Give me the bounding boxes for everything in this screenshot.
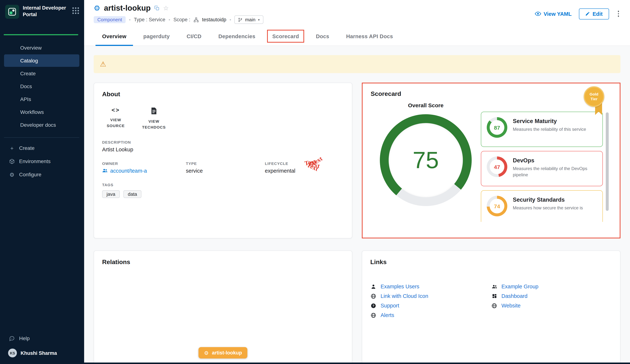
link-website[interactable]: Website	[491, 303, 612, 308]
score-donut: 74	[487, 196, 507, 216]
entity-header: ⚙ artist-lookup ☆ Component • Type : Ser…	[84, 0, 630, 27]
gear-icon: ⚙	[204, 350, 209, 355]
link-with-cloud-icon[interactable]: Link with Cloud Icon	[370, 293, 491, 299]
edit-button[interactable]: Edit	[579, 8, 609, 19]
sidebar-create-button[interactable]: + Create	[0, 142, 84, 155]
owner-link[interactable]: account/team-a	[102, 168, 186, 174]
link-label: Dashboard	[502, 293, 528, 299]
links-title: Links	[370, 258, 612, 266]
link-label: Alerts	[380, 312, 394, 318]
link-alerts[interactable]: Alerts	[370, 312, 491, 318]
links-column-2: Example Group Dashboard	[491, 284, 612, 318]
sidebar-item-catalog[interactable]: Catalog	[4, 54, 79, 67]
link-label: Link with Cloud Icon	[380, 293, 428, 299]
view-yaml-button[interactable]: View YAML	[535, 11, 572, 17]
dashboard-icon	[491, 294, 498, 298]
sidebar-create-label: Create	[19, 145, 34, 151]
tab-pagerduty[interactable]: pagerduty	[135, 27, 178, 46]
apps-grid-icon[interactable]	[72, 7, 79, 14]
view-yaml-label: View YAML	[544, 11, 572, 17]
owner-label: OWNER	[102, 161, 186, 166]
entity-tabs: Overview pagerduty CI/CD Dependencies Sc…	[84, 27, 630, 46]
link-label: Example Group	[502, 284, 538, 290]
link-dashboard[interactable]: Dashboard	[491, 293, 612, 299]
sidebar-environments-button[interactable]: Environments	[0, 155, 84, 168]
entity-type-text: Type : Service	[134, 17, 165, 22]
score-item-security-standards[interactable]: 74 Security Standards Measures how secur…	[481, 190, 603, 222]
tab-docs[interactable]: Docs	[308, 27, 338, 46]
edit-label: Edit	[592, 11, 603, 17]
tab-dependencies[interactable]: Dependencies	[210, 27, 264, 46]
tab-cicd[interactable]: CI/CD	[178, 27, 210, 46]
type-field: TYPE service	[186, 161, 265, 174]
cube-icon	[9, 158, 15, 164]
view-techdocs-button[interactable]: VIEW TECHDOCS	[140, 107, 168, 130]
scorecard-card: Scorecard Gold Tier Overall Score	[362, 84, 620, 238]
link-label: Examples Users	[380, 284, 419, 290]
favorite-star-icon[interactable]: ☆	[163, 5, 169, 11]
about-card: About <> VIEW SOURCE	[94, 83, 352, 238]
globe-icon	[491, 303, 498, 308]
description-label: DESCRIPTION	[102, 140, 344, 144]
relation-node-artist-lookup[interactable]: ⚙ artist-lookup	[198, 347, 248, 358]
help-button[interactable]: Help	[0, 332, 84, 345]
score-name: Service Maturity	[513, 118, 586, 124]
tag-chip: java	[102, 190, 120, 198]
link-support[interactable]: ? Support	[370, 303, 491, 308]
score-description: Measures how secure the service is	[513, 205, 583, 212]
tab-overview[interactable]: Overview	[94, 27, 135, 46]
link-example-group[interactable]: Example Group	[491, 284, 612, 290]
warning-triangle-icon: ⚠	[100, 60, 106, 68]
brand-title: Internal Developer Portal	[23, 5, 66, 18]
score-item-service-maturity[interactable]: 87 Service Maturity Measures the reliabi…	[481, 112, 603, 147]
scope-label: Scope :	[174, 17, 190, 22]
links-card: Links Examples Users	[362, 250, 620, 364]
tab-scorecard-label: Scorecard	[272, 33, 299, 39]
sidebar-item-workflows[interactable]: Workflows	[4, 106, 79, 118]
scrollbar[interactable]	[606, 112, 609, 211]
sidebar-item-apis[interactable]: APIs	[4, 93, 79, 106]
branch-select[interactable]: main ▾	[234, 16, 263, 24]
chat-help-icon	[9, 336, 15, 341]
score-donut: 87	[487, 117, 507, 138]
sidebar-item-developer-docs[interactable]: Developer docs	[4, 119, 79, 131]
score-item-devops[interactable]: 47 DevOps Measures the reliability of th…	[481, 151, 603, 186]
annotation-box-scorecard-card: Scorecard Gold Tier Overall Score	[362, 83, 620, 238]
owner-field: OWNER account/team-a	[102, 161, 186, 174]
content-area: ⚠ About <> VIEW SOURCE	[84, 46, 630, 364]
link-examples-users[interactable]: Examples Users	[370, 284, 491, 290]
sidebar-item-overview[interactable]: Overview	[4, 42, 79, 54]
user-menu[interactable]: KS Khushi Sharma	[0, 345, 84, 360]
more-options-kebab-icon[interactable]	[616, 9, 620, 18]
separator-dot: •	[129, 17, 130, 22]
brand: Internal Developer Portal	[0, 0, 84, 19]
app-window: Internal Developer Portal Overview Catal…	[0, 0, 630, 364]
view-source-label: VIEW SOURCE	[102, 117, 129, 129]
brand-accent-line	[4, 34, 78, 35]
sidebar-configure-label: Configure	[19, 172, 41, 178]
copy-icon[interactable]	[154, 6, 160, 11]
sidebar-divider	[4, 137, 79, 138]
score-list: 87 Service Maturity Measures the reliabi…	[481, 112, 603, 222]
help-circle-icon: ?	[370, 303, 376, 308]
score-description: Measures the reliability of this service	[513, 126, 586, 133]
warning-banner: ⚠	[94, 55, 620, 73]
score-name: Security Standards	[513, 196, 583, 203]
score-donut: 47	[487, 156, 507, 177]
view-techdocs-label: VIEW TECHDOCS	[140, 118, 168, 130]
sidebar-item-docs[interactable]: Docs	[4, 80, 79, 92]
plus-icon: +	[9, 145, 15, 151]
overall-score-gauge: 75	[380, 114, 472, 206]
sidebar-item-create[interactable]: Create	[4, 67, 79, 80]
tab-scorecard[interactable]: Scorecard	[264, 27, 307, 46]
document-icon	[150, 107, 157, 115]
globe-icon	[370, 293, 376, 299]
sidebar-footer: Help KS Khushi Sharma	[0, 332, 84, 364]
pencil-icon	[585, 12, 590, 16]
view-source-button[interactable]: <> VIEW SOURCE	[102, 107, 129, 130]
sidebar-configure-button[interactable]: ⚙ Configure	[0, 168, 84, 181]
gold-tier-badge: Gold Tier	[584, 86, 605, 107]
entity-meta: Component • Type : Service • Scope : tes…	[94, 16, 264, 24]
overall-score-value: 75	[413, 146, 439, 174]
tab-harness-api-docs[interactable]: Harness API Docs	[338, 27, 401, 46]
